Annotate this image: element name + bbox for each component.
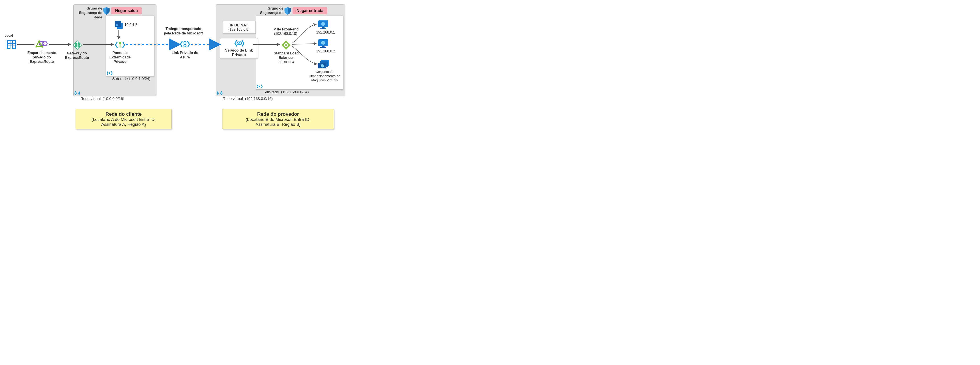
- svg-point-51: [218, 93, 220, 94]
- subnet-cidr: (10.0.1.0/24): [129, 77, 150, 81]
- svg-rect-43: [322, 46, 325, 47]
- vnet-icon: [217, 90, 223, 95]
- backbone-top: Tráfego transportado: [160, 27, 207, 31]
- vnet-text: Rede virtual: [81, 97, 101, 101]
- shield-icon: [284, 7, 291, 15]
- building-icon: [6, 40, 16, 50]
- private-link-service-icon: [234, 39, 266, 47]
- svg-rect-9: [10, 46, 12, 49]
- customer-region-box: Rede do cliente (Locatário A do Microsof…: [76, 109, 172, 129]
- nsg-customer-label: Grupo de Segurança de Rede: [76, 6, 102, 19]
- private-endpoint-icon: [115, 40, 125, 49]
- private-link-icon: [180, 39, 190, 49]
- private-link-label: Link Privado do Azure: [172, 51, 198, 60]
- svg-rect-24: [115, 21, 121, 27]
- svg-point-13: [38, 40, 40, 42]
- vm2-ip: 192.168.0.2: [315, 49, 337, 54]
- vnet-customer-label: Rede virtual (10.0.0.0/16): [81, 97, 138, 101]
- vnet-icon: [257, 84, 262, 89]
- subnet-text: Sub-rede: [112, 77, 128, 81]
- deny-inbound-badge: Negar entrada: [293, 7, 328, 14]
- nic-icon: [115, 21, 123, 29]
- svg-rect-39: [322, 27, 325, 29]
- svg-point-52: [220, 93, 221, 94]
- svg-point-50: [259, 86, 260, 87]
- nat-ip-box: IP DE NAT (192.168.0.5): [222, 21, 256, 33]
- svg-point-29: [76, 93, 77, 94]
- svg-point-28: [109, 72, 110, 74]
- slb-label: Standard Load Balancer (ILB/PLB): [269, 51, 304, 64]
- svg-point-30: [78, 93, 79, 94]
- vnet-text: Rede virtual: [223, 97, 243, 101]
- vmss-label: Conjunto de Dimensionamento de Máquinas …: [307, 70, 342, 82]
- vnet-provider-label: Rede virtual (192.168.0.0/16): [223, 97, 285, 101]
- subnet-cidr: (192.168.0.0/24): [281, 90, 309, 94]
- vm-icon: [318, 20, 329, 29]
- svg-rect-4: [8, 44, 10, 46]
- provider-sub1: (Locatário B do Microsoft Entra ID,: [229, 117, 327, 122]
- customer-sub2: Assinatura A, Região A): [83, 122, 165, 127]
- backbone-bot: pela Rede da Microsoft: [160, 31, 207, 35]
- vm-icon: [318, 39, 329, 48]
- svg-rect-3: [13, 41, 15, 43]
- expressroute-peering-icon: [35, 40, 49, 49]
- svg-rect-6: [13, 44, 15, 46]
- slb-title: Standard Load Balancer: [269, 51, 304, 60]
- private-endpoint-label: Ponto de Extremidade Privado: [107, 51, 134, 64]
- customer-title: Rede do cliente: [83, 111, 165, 117]
- shield-icon: [103, 7, 110, 15]
- deny-outbound-badge: Negar saída: [111, 7, 142, 14]
- svg-rect-8: [13, 46, 15, 48]
- pls-box: Serviço de Link Privado: [220, 38, 258, 59]
- provider-sub2: Assinatura B, Região B): [229, 122, 327, 127]
- vmss-icon: [318, 60, 329, 69]
- backbone-label: Tráfego transportado pela Rede da Micros…: [160, 27, 207, 35]
- frontend-ip-box: IP de Front-end (192.168.0.10): [268, 27, 304, 36]
- nat-title: IP DE NAT: [226, 23, 252, 27]
- provider-title: Rede do provedor: [229, 111, 327, 117]
- expressroute-gateway-icon: [72, 40, 83, 50]
- peering-label: Emparelhamento privado do ExpressRoute: [24, 51, 60, 64]
- vnet-cidr: (192.168.0.0/16): [245, 97, 273, 101]
- svg-point-11: [43, 41, 47, 46]
- customer-sub1: (Locatário A do Microsoft Entra ID,: [83, 117, 165, 122]
- local-label: Local: [5, 33, 18, 38]
- vnet-icon: [107, 71, 113, 76]
- subnet-text: Sub-rede: [263, 90, 279, 94]
- svg-point-15: [41, 46, 43, 48]
- pls-title: Serviço de Link Privado: [223, 48, 255, 57]
- provider-region-box: Rede do provedor (Locatário B do Microso…: [222, 109, 334, 129]
- svg-point-37: [285, 44, 287, 46]
- frontend-value: (192.168.0.10): [268, 32, 304, 36]
- frontend-title: IP de Front-end: [268, 27, 304, 32]
- svg-point-25: [116, 24, 118, 27]
- svg-rect-40: [320, 29, 326, 29]
- svg-rect-2: [10, 41, 12, 43]
- slb-sub: (ILB/PLB): [269, 60, 304, 64]
- vnet-icon: [75, 90, 80, 95]
- gateway-label: Gateway do ExpressRoute: [64, 51, 90, 60]
- svg-point-26: [119, 42, 121, 44]
- nic-ip-label: 10.0.1.5: [124, 23, 142, 27]
- subnet-provider-label: Sub-rede (192.168.0.0/24): [263, 90, 321, 94]
- svg-rect-5: [10, 44, 12, 46]
- load-balancer-icon: [281, 40, 291, 50]
- svg-rect-7: [8, 46, 10, 48]
- vnet-cidr: (10.0.0.0/16): [103, 97, 124, 101]
- subnet-customer-label: Sub-rede (10.0.1.0/24): [112, 76, 157, 81]
- svg-rect-1: [8, 41, 10, 43]
- vm1-ip: 192.168.0.1: [315, 30, 337, 35]
- nat-value: (192.168.0.5): [226, 27, 252, 32]
- svg-rect-44: [320, 47, 326, 48]
